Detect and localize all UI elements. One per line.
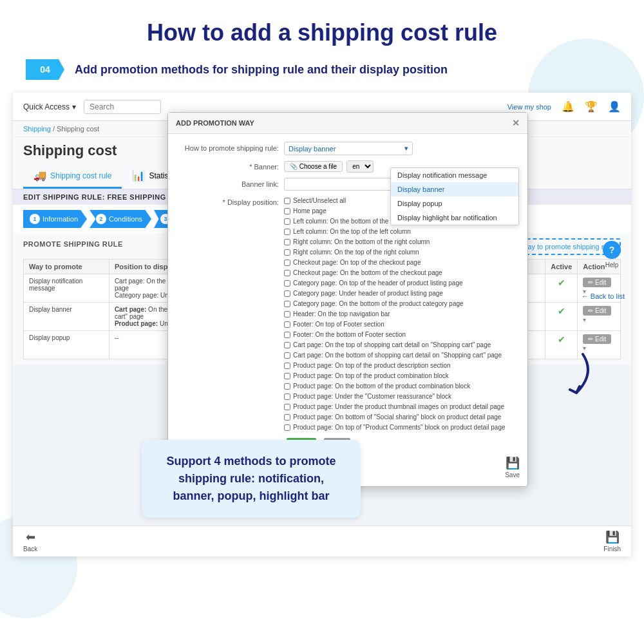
tooltip-text: Support 4 methods to promote shipping ru… [167,455,336,502]
promote-method-label: How to promote shipping rule: [176,142,279,152]
quick-access-btn[interactable]: Quick Access ▾ [23,102,76,111]
row2-way: Display banner [24,303,109,331]
row3-more-btn[interactable]: ▾ [583,345,586,352]
chart-icon: 📊 [132,169,145,182]
step-description: Add promotion methods for shipping rule … [75,63,448,77]
trophy-icon[interactable]: 🏆 [585,100,598,113]
page-title: How to add a shipping cost rule [13,19,631,46]
step-badge: 04 [26,59,64,80]
row3-edit-btn[interactable]: ✏ Edit [583,334,611,344]
help-bubble[interactable]: ? [603,241,621,259]
save-label: Save [505,471,520,478]
row1-edit-btn[interactable]: ✏ Edit [583,278,611,287]
pos-header-top[interactable]: Header: On the top navigation bar [284,309,520,319]
row3-way: Display popup [24,331,109,359]
save-icon: 💾 [506,456,520,470]
workflow-step-1[interactable]: 1 Information [23,210,87,228]
pos-product-comments[interactable]: Product page: On top of "Product Comment… [284,422,520,433]
pos-product-combo-top[interactable]: Product page: On top of the product comb… [284,371,520,381]
display-position-control: Select/Unselect all Home page Left colum… [284,196,520,433]
promote-method-control: Display banner ▾ Display notification me… [284,142,520,155]
modal-body: How to promote shipping rule: Display ba… [168,134,527,486]
admin-panel: Quick Access ▾ View my shop 🔔 🏆 👤 ? Help… [13,93,631,556]
selected-option: Display banner [289,145,336,153]
back-to-list-link[interactable]: ← Back to list [582,292,625,300]
help-label: Help [603,261,621,269]
row2-edit-btn[interactable]: ✏ Edit [583,306,611,316]
row1-active: ✔ [545,274,578,303]
truck-icon: 🚚 [33,169,46,182]
row2-action: ✏ Edit ▾ [578,303,621,331]
choose-file-btn[interactable]: 📎 Choose a file [284,161,343,172]
step-label-2: Conditions [109,215,142,223]
modal-header: ADD PROMOTION WAY ✕ [168,113,527,134]
row2-more-btn[interactable]: ▾ [583,316,586,323]
modal-title: ADD PROMOTION WAY [176,119,254,127]
pos-right-col-bottom[interactable]: Right column: On the bottom of the right… [284,237,520,247]
promote-title: PROMOTE SHIPPING RULE [23,240,123,248]
search-input[interactable] [84,100,161,114]
dropdown-item-banner[interactable]: Display banner [391,182,518,196]
step-num-1: 1 [30,214,40,224]
back-label: Back [23,545,37,553]
breadcrumb-shipping-cost: Shipping cost [57,125,99,133]
back-button[interactable]: ⬅ Back [23,530,37,553]
pos-cart-top[interactable]: Cart page: On the top of shopping cart d… [284,340,520,350]
banner-link-label: Banner link: [176,178,279,188]
pos-product-social[interactable]: Product page: On bottom of "Social shari… [284,412,520,422]
bottom-nav: ⬅ Back 💾 Finish [13,526,631,556]
banner-label: * Banner: [176,160,279,171]
pos-product-combo-bottom[interactable]: Product page: On the bottom of the produ… [284,381,520,392]
breadcrumb-shipping[interactable]: Shipping [23,125,51,133]
tab-label-shipping: Shipping cost rule [50,171,111,180]
display-position-label: * Display position: [176,196,279,206]
pos-checkout-bottom[interactable]: Checkout page: On the bottom of the chec… [284,268,520,278]
pos-cart-bottom[interactable]: Cart page: On the bottom of shopping car… [284,350,520,361]
step-row: 04 Add promotion methods for shipping ru… [0,53,644,93]
add-promotion-modal: ADD PROMOTION WAY ✕ How to promote shipp… [167,112,528,487]
pos-product-reassurance[interactable]: Product page: Under the "Customer reassu… [284,392,520,402]
display-position-row: * Display position: Select/Unselect all … [176,196,520,433]
step-num-2: 2 [96,214,106,224]
finish-button[interactable]: 💾 Finish [603,530,621,553]
workflow-step-2[interactable]: 2 Conditions [90,210,151,228]
pos-right-col-top[interactable]: Right column: On the top of the right co… [284,247,520,258]
banner-lang-select[interactable]: en [346,160,374,173]
modal-close-btn[interactable]: ✕ [512,118,520,128]
quick-access-label: Quick Access [23,102,70,111]
user-icon[interactable]: 👤 [608,100,621,113]
view-my-shop-btn[interactable]: View my shop [507,103,551,111]
finish-label: Finish [603,545,621,553]
step-label-1: Information [43,215,78,223]
row2-active: ✔ [545,303,578,331]
row1-way: Display notification message [24,274,109,303]
pos-left-col-top[interactable]: Left column: On the top of the left colu… [284,227,520,237]
topbar-right: View my shop 🔔 🏆 👤 [507,100,621,113]
pos-product-desc[interactable]: Product page: On top of the product desc… [284,361,520,371]
col-active: Active [545,260,578,274]
finish-icon: 💾 [605,530,620,544]
dropdown-item-notification[interactable]: Display notification message [391,168,518,182]
chevron-down-icon: ▾ [72,102,76,111]
pos-footer-top[interactable]: Footer: On top of Footer section [284,319,520,330]
pos-category-bottom[interactable]: Category page: On the bottom of the prod… [284,299,520,309]
row3-action: ✏ Edit ▾ [578,331,621,359]
pos-footer-bottom[interactable]: Footer: On the bottom of Footer section [284,330,520,340]
pos-category-under-header[interactable]: Category page: Under header of product l… [284,289,520,299]
promote-method-select[interactable]: Display banner ▾ [284,142,413,155]
dropdown-item-highlight[interactable]: Display highlight bar notification [391,211,518,225]
dropdown-item-popup[interactable]: Display popup [391,196,518,211]
select-chevron-icon: ▾ [404,144,408,153]
pos-checkout-top[interactable]: Checkout page: On top of the checkout pa… [284,258,520,268]
col-way: Way to promote [24,260,109,274]
position-list: Select/Unselect all Home page Left colum… [284,196,520,433]
pos-category-top-header[interactable]: Category page: On top of the header of p… [284,278,520,289]
tooltip-box: Support 4 methods to promote shipping ru… [142,440,361,518]
dropdown-list: Display notification message Display ban… [390,167,519,225]
promote-method-row: How to promote shipping rule: Display ba… [176,142,520,155]
bell-icon[interactable]: 🔔 [562,100,574,113]
pos-product-thumbnail[interactable]: Product page: Under the product thumbnai… [284,402,520,412]
back-icon: ⬅ [26,530,35,544]
tab-shipping-cost-rule[interactable]: 🚚 Shipping cost rule [23,164,122,189]
page-header: How to add a shipping cost rule [0,0,644,53]
